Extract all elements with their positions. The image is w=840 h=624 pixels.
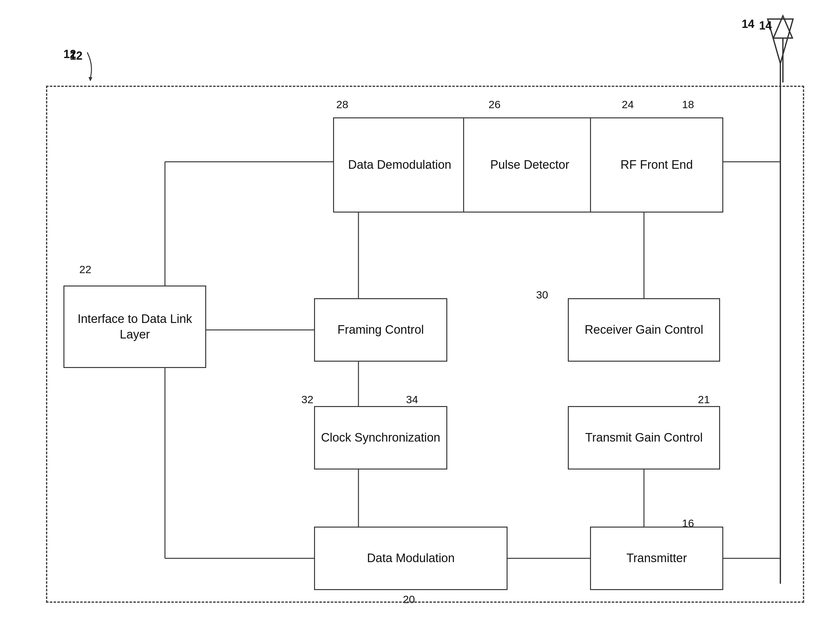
- label-14: 14: [759, 19, 772, 32]
- label-30: 30: [536, 289, 548, 301]
- label-21: 21: [698, 393, 710, 406]
- data-demodulation-block: Data Demodulation: [333, 117, 466, 213]
- label-12-arrow: [62, 49, 100, 81]
- label-24: 24: [622, 98, 634, 111]
- label-34: 34: [406, 393, 418, 406]
- transmit-gain-control-block: Transmit Gain Control: [568, 406, 720, 470]
- antenna-symbol: [770, 13, 795, 82]
- svg-marker-33: [88, 77, 92, 81]
- pulse-detector-block: Pulse Detector: [463, 117, 596, 213]
- diagram-container: 12 14 12 14 28 26 24 18 30 22 32 34 21 2…: [0, 0, 840, 624]
- framing-control-block: Framing Control: [314, 298, 447, 361]
- label-22: 22: [79, 263, 91, 276]
- label-32: 32: [301, 393, 313, 406]
- receiver-gain-control-block: Receiver Gain Control: [568, 298, 720, 361]
- transmitter-block: Transmitter: [590, 527, 723, 590]
- data-modulation-block: Data Modulation: [314, 527, 508, 590]
- interface-data-link-block: Interface to Data Link Layer: [63, 286, 206, 368]
- clock-synchronization-block: Clock Synchronization: [314, 406, 447, 470]
- svg-marker-31: [774, 16, 792, 38]
- label-26: 26: [488, 98, 500, 111]
- rf-front-end-block: RF Front End: [590, 117, 723, 213]
- label-28: 28: [336, 98, 348, 111]
- label-18: 18: [682, 98, 694, 111]
- label-20: 20: [403, 593, 415, 605]
- label-14-text: 14: [742, 17, 754, 31]
